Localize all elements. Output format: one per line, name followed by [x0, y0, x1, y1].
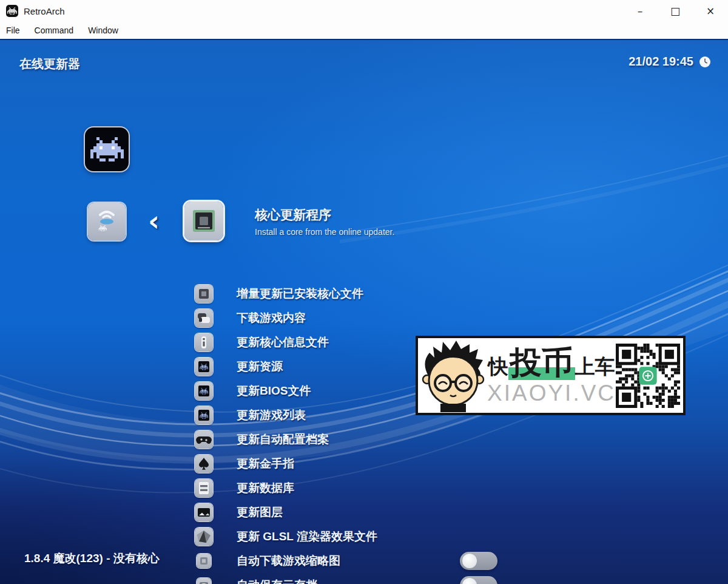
online-updater-icon[interactable]: [88, 203, 126, 240]
watermark-line1-suffix: 上车: [575, 355, 615, 378]
list-item[interactable]: 自动保存云存档: [194, 573, 558, 584]
maximize-button[interactable]: □: [658, 0, 693, 22]
assets-icon: [195, 358, 213, 376]
selected-item-subtitle: Install a core from the online updater.: [255, 227, 394, 237]
qr-code: [616, 344, 680, 408]
playlists-icon: [195, 406, 213, 424]
screen-title: 在线更新器: [19, 56, 80, 72]
info-icon: [195, 333, 213, 351]
title-bar: RetroArch – □ ×: [0, 0, 728, 22]
watermark-line1-prefix: 快: [488, 355, 508, 378]
chip-icon: [195, 285, 213, 303]
toggle-switch[interactable]: [460, 576, 497, 584]
bios-icon: [195, 382, 213, 400]
watermark-text: 快投币上车 XIAOYI.VC: [487, 347, 616, 406]
toggle-knob: [462, 554, 477, 568]
list-item[interactable]: 更新数据库: [194, 476, 558, 500]
database-icon: [195, 479, 213, 497]
list-item[interactable]: 自动下载游戏缩略图: [194, 549, 558, 573]
selected-item-title: 核心更新程序: [255, 206, 331, 223]
toggle-switch[interactable]: [460, 552, 497, 570]
clock-icon: [699, 56, 711, 68]
watermark-site-text: XIAOYI.VC: [487, 381, 616, 406]
close-button[interactable]: ×: [693, 0, 728, 22]
list-item[interactable]: 更新金手指: [194, 452, 558, 476]
overlay-icon: [195, 503, 213, 521]
cartoon-avatar: [419, 339, 487, 412]
retroarch-logo-icon: [85, 127, 129, 171]
thumbnail-icon: [197, 554, 211, 568]
list-item[interactable]: 增量更新已安装核心文件: [194, 282, 558, 306]
updater-menu-list: 增量更新已安装核心文件 下载游戏内容 更新核心信息文件 更新资源 更新BIOS文…: [194, 282, 558, 584]
cloud-save-icon: [197, 578, 211, 584]
list-item[interactable]: 下载游戏内容: [194, 306, 558, 330]
menu-file[interactable]: File: [0, 22, 27, 39]
menu-bar: File Command Window: [0, 22, 728, 39]
list-item[interactable]: 更新图层: [194, 500, 558, 525]
xmb-main-area: 在线更新器 21/02 19:45 ‹: [0, 39, 728, 584]
core-updater-chip-icon[interactable]: [184, 202, 223, 240]
retroarch-window: RetroArch – □ × File Command Window 在线更新…: [0, 0, 728, 584]
window-title: RetroArch: [24, 6, 65, 16]
shaders-icon: [195, 528, 213, 546]
toggle-knob: [462, 578, 477, 584]
watermark-line1-emphasis: 投币: [508, 345, 575, 380]
gamepad-icon: [195, 430, 213, 449]
back-arrow[interactable]: ‹: [148, 204, 160, 238]
menu-window[interactable]: Window: [81, 22, 126, 39]
datetime-text: 21/02 19:45: [629, 55, 693, 69]
retroarch-app-icon: [6, 5, 18, 17]
version-status-text: 1.8.4 魔改(123) - 没有核心: [24, 551, 160, 566]
clock-area: 21/02 19:45: [629, 55, 711, 69]
cheats-icon: [195, 455, 213, 473]
list-item[interactable]: 更新自动配置档案: [194, 427, 558, 452]
minimize-button[interactable]: –: [622, 0, 658, 22]
watermark-banner: 快投币上车 XIAOYI.VC: [416, 336, 686, 415]
list-item[interactable]: 更新 GLSL 渲染器效果文件: [194, 525, 558, 549]
menu-command[interactable]: Command: [27, 22, 81, 39]
content-download-icon: [195, 309, 213, 327]
